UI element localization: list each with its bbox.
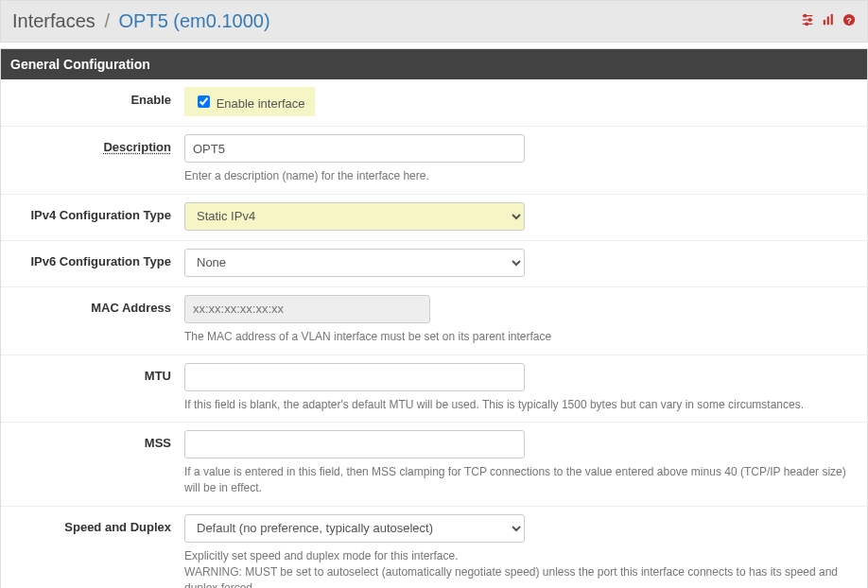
panel-general: General Configuration Enable Enable inte…: [0, 48, 868, 588]
help-speed2: WARNING: MUST be set to autoselect (auto…: [184, 564, 858, 588]
mtu-input[interactable]: [184, 363, 525, 391]
label-mss: MSS: [10, 430, 184, 450]
page-header: Interfaces / OPT5 (em0.1000) ?: [0, 0, 868, 43]
svg-text:?: ?: [846, 15, 852, 26]
speed-duplex-select[interactable]: Default (no preference, typically autose…: [184, 514, 525, 543]
help-speed1: Explicitly set speed and duplex mode for…: [184, 548, 858, 564]
svg-rect-6: [824, 20, 825, 25]
mss-input[interactable]: [184, 430, 525, 458]
panel-heading-general: General Configuration: [1, 49, 867, 79]
stats-icon[interactable]: [822, 13, 835, 29]
label-description: Description: [10, 134, 184, 154]
ipv4-type-select[interactable]: Static IPv4: [184, 202, 525, 231]
breadcrumb-separator: /: [104, 10, 110, 31]
svg-rect-8: [831, 14, 833, 25]
label-ipv4type: IPv4 Configuration Type: [10, 202, 184, 222]
svg-point-4: [808, 19, 811, 22]
label-mtu: MTU: [10, 363, 184, 383]
enable-checkbox-label: Enable interface: [217, 96, 305, 111]
help-mss: If a value is entered in this field, the…: [184, 464, 858, 496]
enable-checkbox[interactable]: [198, 95, 210, 108]
label-ipv6type: IPv6 Configuration Type: [10, 249, 184, 268]
breadcrumb-root: Interfaces: [12, 10, 95, 31]
enable-highlight: Enable interface: [184, 87, 315, 116]
svg-point-5: [806, 23, 808, 26]
help-description: Enter a description (name) for the inter…: [184, 168, 858, 184]
label-mac: MAC Address: [10, 295, 184, 315]
label-enable: Enable: [10, 87, 184, 107]
breadcrumb-leaf[interactable]: OPT5 (em0.1000): [119, 10, 270, 31]
help-icon[interactable]: ?: [842, 13, 856, 29]
description-input[interactable]: [184, 134, 525, 163]
svg-rect-7: [827, 17, 829, 26]
svg-point-3: [804, 14, 807, 17]
mac-input: [184, 295, 430, 323]
help-mac: The MAC address of a VLAN interface must…: [184, 329, 858, 345]
label-speed: Speed and Duplex: [10, 514, 184, 534]
breadcrumb: Interfaces / OPT5 (em0.1000): [12, 10, 270, 32]
sliders-icon[interactable]: [801, 13, 814, 29]
help-mtu: If this field is blank, the adapter's de…: [184, 397, 858, 413]
ipv6-type-select[interactable]: None: [184, 249, 525, 277]
